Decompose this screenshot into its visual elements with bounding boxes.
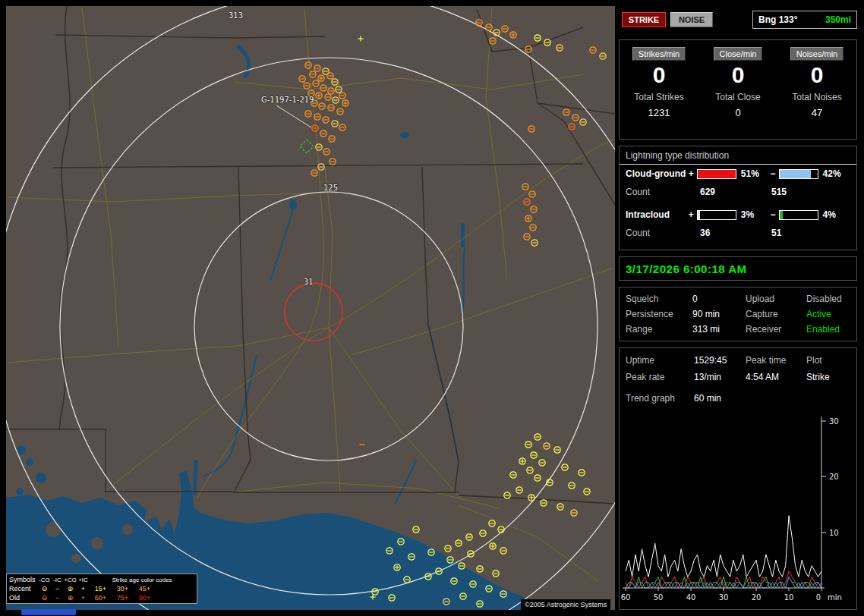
receiver-label: Receiver	[746, 324, 806, 335]
legend-header-cg-neg: -CG	[38, 577, 51, 583]
cg-plus-pct: 51%	[738, 168, 768, 179]
trend-series-cg-neg	[626, 571, 821, 588]
upload-label: Upload	[746, 294, 806, 304]
receiver-status: Enabled	[806, 324, 850, 335]
ic-neg-symbol-icon: −	[51, 585, 64, 592]
legend-row-old-label: Old	[9, 594, 38, 602]
strikes-per-min-value: 0	[620, 63, 698, 87]
rate-counters-section: Strikes/min 0 Total Strikes 1231 Close/m…	[619, 39, 857, 140]
cg-neg-symbol-icon: ⊖	[38, 585, 51, 592]
x-tick-40: 40	[686, 593, 696, 602]
peak-rate-label: Peak rate	[626, 372, 694, 382]
cg-pos-symbol-icon: ⊕	[64, 585, 77, 592]
cg-neg-symbol-icon: ⊖	[38, 594, 51, 602]
distribution-title: Lightning type distribution	[620, 146, 856, 165]
age-code: 15+	[90, 585, 112, 592]
range-value: 350mi	[825, 14, 851, 25]
peak-rate-value: 13/min	[694, 372, 746, 382]
legend-header-ic-pos: +IC	[77, 577, 90, 583]
squelch-value: 0	[692, 294, 746, 304]
total-close-value: 0	[698, 107, 777, 118]
intracloud-label: Intracloud	[626, 209, 687, 220]
legend-symbols-title: Symbols	[9, 576, 38, 583]
age-code: 75+	[112, 594, 134, 602]
ic-plus-count: 36	[700, 228, 771, 238]
lightning-map-canvas: 313 125 31 G-1197-1-219	[6, 6, 615, 610]
bearing-range-readout: Bng 133° 350mi	[752, 11, 857, 29]
trend-graph-value: 60 min	[694, 393, 746, 404]
taskbar-fragment	[21, 609, 76, 615]
age-code: 60+	[90, 594, 112, 602]
ic-minus-count: 51	[771, 228, 781, 238]
age-code: 45+	[134, 585, 156, 592]
trend-axis-labels: 30 20 10 60 50 40 30 20 10 0 min	[621, 417, 842, 602]
ic-minus-bar	[779, 210, 818, 220]
ic-pos-symbol-icon: +	[77, 594, 90, 602]
total-strikes-value: 1231	[620, 107, 698, 118]
ring-label-middle: 125	[323, 184, 338, 192]
range-setting-value: 313 mi	[692, 324, 746, 335]
ic-pos-symbol-icon: +	[77, 585, 90, 592]
y-tick-20: 20	[829, 473, 839, 481]
peak-time-label: Peak time	[746, 355, 806, 366]
persistence-label: Persistence	[626, 309, 692, 319]
x-tick-50: 50	[654, 593, 664, 602]
peak-time-value: 4:54 AM	[746, 372, 806, 382]
status-panel: STRIKE NOISE Bng 133° 350mi Strikes/min …	[618, 6, 858, 610]
trend-series-layer	[626, 516, 821, 588]
ic-neg-symbol-icon: −	[51, 594, 64, 602]
legend-row-recent-label: Recent	[9, 585, 38, 592]
settings-section: Squelch 0 Upload Disabled Persistence 90…	[619, 287, 857, 341]
plot-label: Plot	[806, 355, 850, 366]
strike-indicator-button[interactable]: STRIKE	[622, 12, 666, 27]
total-noises-value: 47	[777, 107, 856, 118]
cg-minus-bar	[779, 169, 818, 179]
close-per-min-value: 0	[698, 63, 777, 87]
cloud-ground-label: Cloud-ground	[626, 168, 687, 179]
legend-header-ic-neg: -IC	[51, 577, 64, 583]
ic-minus-pct: 4%	[820, 209, 850, 220]
total-close-label: Total Close	[698, 92, 777, 102]
count-label: Count	[626, 228, 700, 238]
bearing-value: Bng 133°	[758, 14, 797, 25]
capture-label: Capture	[746, 309, 806, 319]
cg-pos-symbol-icon: ⊕	[64, 594, 77, 602]
app-window: 313 125 31 G-1197-1-219 Symbols -CG -IC …	[0, 0, 864, 616]
trend-graph-label: Trend graph	[626, 393, 694, 404]
indicator-bar: STRIKE NOISE Bng 133° 350mi	[619, 11, 857, 30]
cg-plus-bar	[697, 169, 736, 179]
uptime-value: 1529:45	[694, 355, 746, 366]
plot-value: Strike	[806, 372, 850, 382]
plus-sign: +	[687, 168, 696, 179]
total-strikes-label: Total Strikes	[620, 92, 698, 102]
noises-per-min-value: 0	[777, 63, 856, 87]
x-tick-60: 60	[621, 593, 630, 602]
cg-minus-count: 515	[771, 187, 787, 197]
cell-range-label: 31	[304, 278, 314, 286]
ring-label-outer: 313	[229, 11, 243, 20]
minus-sign: −	[768, 168, 777, 179]
distribution-section: Lightning type distribution Cloud-ground…	[619, 146, 857, 250]
age-code: 90+	[134, 594, 156, 602]
cg-minus-pct: 42%	[820, 168, 850, 179]
trend-series-strike-rate	[626, 516, 821, 577]
minus-sign: −	[768, 209, 777, 220]
ic-plus-pct: 3%	[738, 209, 768, 220]
x-axis-unit: min	[828, 593, 842, 602]
upload-status: Disabled	[806, 294, 850, 304]
noises-per-min-chip: Noises/min	[790, 47, 844, 61]
noises-counter: Noises/min 0 Total Noises 47	[777, 40, 856, 139]
noise-indicator-button[interactable]: NOISE	[670, 12, 713, 27]
strikes-counter: Strikes/min 0 Total Strikes 1231	[620, 40, 698, 139]
uptime-label: Uptime	[626, 355, 694, 366]
copyright-text: ©2005 Astrogenic Systems	[521, 599, 610, 610]
x-tick-30: 30	[719, 593, 729, 602]
legend-age-title: Strike age color codes	[90, 577, 194, 583]
map-legend: Symbols -CG -IC +CG +IC Strike age color…	[6, 574, 197, 604]
x-tick-10: 10	[784, 593, 794, 602]
plus-sign: +	[687, 209, 696, 220]
map-panel: 313 125 31 G-1197-1-219 Symbols -CG -IC …	[6, 6, 615, 610]
squelch-label: Squelch	[626, 294, 692, 304]
y-tick-10: 10	[829, 529, 839, 537]
ic-plus-bar	[697, 210, 736, 220]
